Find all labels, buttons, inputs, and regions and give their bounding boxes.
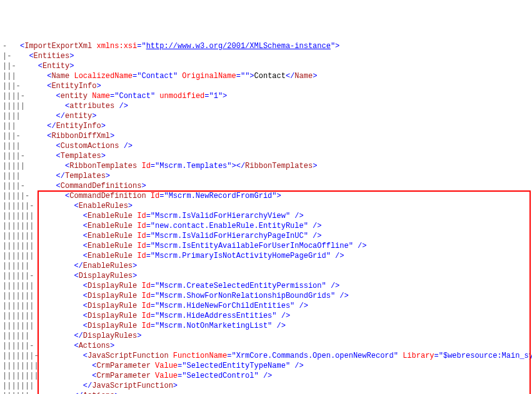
fold-gutter: ||||||| — [3, 231, 20, 241]
code-content: <EnableRule Id="Mscrm.IsEntityAvailableF… — [20, 242, 367, 250]
code-line: |||||||- <JavaScriptFunction FunctionNam… — [3, 351, 532, 361]
code-line: -<ImportExportXml xmlns:xsi="http://www.… — [3, 41, 532, 51]
fold-gutter: ||||||| — [3, 281, 20, 291]
fold-gutter: |||||| — [3, 331, 20, 341]
code-line: ||||||- <Actions> — [3, 341, 532, 351]
fold-gutter: ||||||| — [3, 301, 20, 311]
code-content: <EntityInfo> — [20, 82, 101, 91]
fold-gutter: ||||||- — [3, 341, 20, 351]
fold-gutter: |||| — [3, 141, 20, 151]
fold-gutter: ||||||| — [3, 311, 20, 321]
fold-gutter: ||||||- — [3, 201, 20, 211]
fold-gutter: |||| — [3, 171, 20, 181]
fold-gutter: ||||||| — [3, 321, 20, 331]
fold-gutter: |||||| — [3, 391, 20, 394]
fold-gutter: - — [3, 41, 20, 51]
code-content: <Entity> — [20, 62, 74, 71]
code-line: |||||| </Actions> — [3, 391, 532, 394]
code-content: <Entities> — [20, 52, 74, 61]
code-content: </EntityInfo> — [20, 122, 106, 131]
code-content: </JavaScriptFunction> — [20, 382, 178, 390]
code-line: ||||| <attributes /> — [3, 101, 532, 111]
code-content: <Actions> — [20, 342, 114, 350]
fold-gutter: |||| — [3, 111, 20, 121]
code-line: |||||||| <CrmParameter Value="SelectedEn… — [3, 361, 532, 371]
code-content: <Templates> — [20, 152, 106, 160]
code-line: ||||| <RibbonTemplates Id="Mscrm.Templat… — [3, 161, 532, 171]
code-line: |- <Entities> — [3, 51, 532, 61]
fold-gutter: ||||| — [3, 161, 20, 171]
code-content: <EnableRule Id="new.contact.EnableRule.E… — [20, 222, 322, 230]
code-line: ||||||| <EnableRule Id="Mscrm.IsEntityAv… — [3, 241, 532, 251]
fold-gutter: |||- — [3, 131, 20, 141]
fold-gutter: |||||| — [3, 261, 20, 271]
fold-gutter: ||- — [3, 61, 20, 71]
code-line: ||||||| <DisplayRule Id="Mscrm.ShowForNo… — [3, 291, 532, 301]
fold-gutter: ||||- — [3, 181, 20, 191]
code-content: <CrmParameter Value="SelectedEntityTypeN… — [20, 362, 304, 370]
code-line: |||||| </EnableRules> — [3, 261, 532, 271]
code-line: |||||- <CommandDefinition Id="Mscrm.NewR… — [3, 191, 532, 201]
fold-gutter: |||||||- — [3, 351, 20, 361]
fold-gutter: ||||- — [3, 91, 20, 101]
code-line: ||||- <CommandDefinitions> — [3, 181, 532, 191]
fold-gutter: ||||||| — [3, 211, 20, 221]
code-content: <DisplayRule Id="Mscrm.ShowForNonRelatio… — [20, 292, 349, 300]
code-content: <RibbonDiffXml> — [20, 132, 114, 140]
code-line: ||||||| <EnableRule Id="new.contact.Enab… — [3, 221, 532, 231]
fold-gutter: ||||| — [3, 101, 20, 111]
code-content: </Templates> — [20, 172, 110, 180]
code-line: ||||||| <EnableRule Id="Mscrm.IsValidFor… — [3, 231, 532, 241]
fold-gutter: |||- — [3, 81, 20, 91]
fold-gutter: |||||- — [3, 191, 20, 201]
code-content: <DisplayRule Id="Mscrm.HideAddressEntiti… — [20, 312, 290, 320]
code-line: ||- <Entity> — [3, 61, 532, 71]
code-line: ||||||| <DisplayRule Id="Mscrm.HideNewFo… — [3, 301, 532, 311]
fold-gutter: ||||||- — [3, 271, 20, 281]
code-content: <EnableRules> — [20, 202, 133, 210]
code-line: ||||||- <EnableRules> — [3, 201, 532, 211]
fold-gutter: ||||||| — [3, 381, 20, 391]
code-line: |||- <EntityInfo> — [3, 81, 532, 91]
code-content: <DisplayRule Id="Mscrm.CreateSelectedEnt… — [20, 282, 339, 290]
code-content: <EnableRule Id="Mscrm.IsValidForHierarch… — [20, 212, 304, 220]
code-line: ||||||| </JavaScriptFunction> — [3, 381, 532, 391]
code-content: <EnableRule Id="Mscrm.PrimaryIsNotActivi… — [20, 252, 344, 260]
code-content: </Actions> — [20, 392, 119, 394]
fold-gutter: ||||- — [3, 151, 20, 161]
code-content: <CommandDefinition Id="Mscrm.NewRecordFr… — [20, 192, 281, 200]
fold-gutter: ||| — [3, 121, 20, 131]
fold-gutter: |- — [3, 51, 20, 61]
code-line: |||| <CustomActions /> — [3, 141, 532, 151]
code-content: <ImportExportXml xmlns:xsi="http://www.w… — [20, 42, 339, 51]
code-line: |||- <RibbonDiffXml> — [3, 131, 532, 141]
code-line: ||||||- <DisplayRules> — [3, 271, 532, 281]
code-line: ||||||| <EnableRule Id="Mscrm.IsValidFor… — [3, 211, 532, 221]
fold-gutter: |||||||| — [3, 361, 20, 371]
code-content: <attributes /> — [20, 102, 128, 111]
fold-gutter: ||||||| — [3, 291, 20, 301]
code-line: |||| </entity> — [3, 111, 532, 121]
code-content: <DisplayRules> — [20, 272, 137, 280]
fold-gutter: ||||||| — [3, 241, 20, 251]
code-line: ||| <Name LocalizedName="Contact" Origin… — [3, 71, 532, 81]
code-line: ||||||| <DisplayRule Id="Mscrm.CreateSel… — [3, 281, 532, 291]
code-content: <CrmParameter Value="SelectedControl" /> — [20, 372, 272, 380]
code-content: </EnableRules> — [20, 262, 137, 270]
code-content: <Name LocalizedName="Contact" OriginalNa… — [20, 72, 317, 81]
code-line: ||||||| <DisplayRule Id="Mscrm.HideAddre… — [3, 311, 532, 321]
code-content: <DisplayRule Id="Mscrm.HideNewForChildEn… — [20, 302, 308, 310]
code-content: </entity> — [20, 112, 96, 121]
fold-gutter: ||| — [3, 71, 20, 81]
fold-gutter: |||||||| — [3, 371, 20, 381]
code-content: <entity Name="Contact" unmodified="1"> — [20, 92, 227, 101]
code-content: <EnableRule Id="Mscrm.IsValidForHierarch… — [20, 232, 322, 240]
code-content: <DisplayRule Id="Mscrm.NotOnMarketingLis… — [20, 322, 286, 330]
code-line: ||||- <Templates> — [3, 151, 532, 161]
xml-code-block: -<ImportExportXml xmlns:xsi="http://www.… — [3, 41, 532, 394]
code-content: <CustomActions /> — [20, 142, 133, 150]
code-content: </DisplayRules> — [20, 332, 141, 340]
code-line: ||||||| <DisplayRule Id="Mscrm.NotOnMark… — [3, 321, 532, 331]
code-line: ||||- <entity Name="Contact" unmodified=… — [3, 91, 532, 101]
code-line: |||||||| <CrmParameter Value="SelectedCo… — [3, 371, 532, 381]
